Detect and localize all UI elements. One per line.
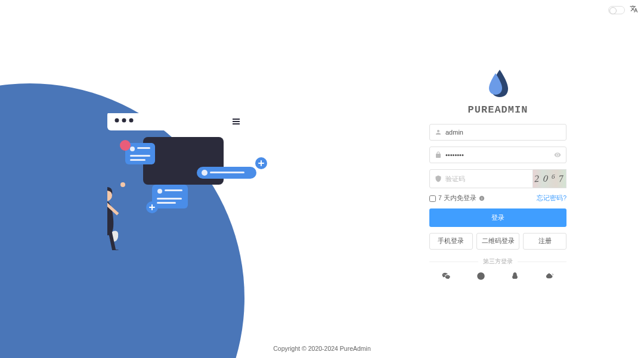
info-icon[interactable]: [479, 195, 485, 201]
alipay-icon[interactable]: [476, 272, 485, 281]
captcha-image[interactable]: 2067: [533, 169, 566, 188]
svg-rect-16: [210, 172, 244, 173]
eye-icon[interactable]: [554, 151, 561, 158]
svg-rect-12: [130, 159, 145, 161]
svg-rect-20: [165, 189, 182, 191]
shield-icon: [435, 175, 442, 182]
theme-toggle[interactable]: [608, 6, 625, 14]
svg-rect-0: [107, 113, 244, 130]
weibo-icon[interactable]: [545, 272, 554, 281]
password-field: [429, 147, 566, 163]
wechat-icon[interactable]: [442, 272, 451, 281]
svg-point-15: [202, 170, 208, 176]
svg-point-19: [157, 189, 162, 194]
svg-point-3: [129, 119, 134, 123]
social-login-row: [429, 272, 566, 281]
language-icon[interactable]: [630, 5, 638, 15]
user-icon: [435, 129, 442, 136]
svg-rect-21: [157, 198, 182, 200]
svg-point-9: [130, 147, 135, 151]
svg-rect-5: [233, 121, 240, 122]
svg-point-30: [120, 182, 125, 187]
svg-point-1: [115, 119, 119, 123]
svg-rect-4: [233, 119, 240, 120]
qr-login-button[interactable]: 二维码登录: [476, 233, 520, 250]
svg-rect-11: [130, 155, 150, 157]
remember-checkbox[interactable]: 7 天内免登录: [429, 194, 485, 203]
svg-point-32: [477, 272, 485, 280]
login-illustration: [107, 113, 280, 250]
svg-rect-22: [157, 202, 176, 204]
phone-login-button[interactable]: 手机登录: [429, 233, 473, 250]
captcha-input[interactable]: [445, 175, 528, 182]
captcha-field: [429, 169, 533, 188]
register-button[interactable]: 注册: [523, 233, 566, 250]
logo-icon: [487, 90, 509, 100]
footer-copyright: Copyright © 2020-2024 PureAdmin: [0, 345, 644, 352]
svg-point-13: [120, 140, 131, 151]
forgot-password-link[interactable]: 忘记密码?: [537, 194, 566, 203]
svg-rect-6: [233, 123, 240, 124]
svg-point-2: [122, 119, 126, 123]
qq-icon[interactable]: [510, 272, 519, 281]
svg-rect-10: [137, 147, 150, 149]
password-input[interactable]: [445, 151, 554, 158]
brand-title: PUREADMIN: [429, 104, 566, 116]
remember-label: 7 天内免登录: [438, 194, 476, 203]
login-form: PUREADMIN 2067 7 天内免登录 忘记密码? 登录 手机登录 二维码…: [429, 69, 566, 281]
third-party-divider: 第三方登录: [429, 258, 566, 266]
lock-icon: [435, 151, 442, 158]
login-button[interactable]: 登录: [429, 208, 566, 227]
username-input[interactable]: [445, 129, 561, 136]
username-field: [429, 124, 566, 141]
